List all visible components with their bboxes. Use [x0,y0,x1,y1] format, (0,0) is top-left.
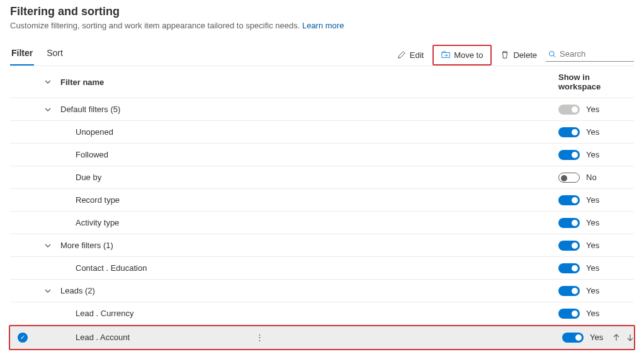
table-row[interactable]: Record typeYes [10,189,634,212]
delete-label: Delete [513,50,537,60]
table-row[interactable]: Leads (2)Yes [10,280,634,302]
toggle-label: Yes [590,333,603,342]
col-show-in-workspace[interactable]: Show in workspace [558,72,634,91]
show-toggle[interactable] [558,241,580,251]
filter-name[interactable]: Lead . Account⋮ [60,333,562,342]
expand-cell[interactable] [35,106,60,113]
svg-point-1 [550,51,555,56]
delete-button[interactable]: Delete [495,47,542,63]
page-description-text: Customize filtering, sorting and work it… [10,21,300,30]
trash-icon [500,50,509,59]
toggle-label: Yes [586,309,599,318]
search-input[interactable] [560,49,631,59]
table-row[interactable]: Due byNo [10,166,634,189]
toggle-label: Yes [586,127,599,137]
table-header: Filter name Show in workspace [10,66,634,98]
table-row[interactable]: UnopenedYes [10,121,634,144]
filter-name[interactable]: Default filters (5) [60,105,558,114]
filter-name[interactable]: Lead . Currency [60,309,558,318]
learn-more-link[interactable]: Learn more [302,21,344,30]
more-options-icon[interactable]: ⋮ [256,333,264,342]
toolbar: Edit Move to Delete [392,45,634,66]
chevron-down-icon[interactable] [44,242,52,249]
toggle-cell: Yes [558,218,634,228]
search-icon [548,50,556,59]
expand-cell[interactable] [35,242,60,249]
table-row[interactable]: Lead . CurrencyYes [10,302,634,325]
toggle-cell: Yes [558,286,634,296]
arrow-up-icon[interactable] [613,334,620,341]
filter-name[interactable]: Activity type [60,218,558,227]
reorder-arrows [613,334,634,341]
toggle-label: Yes [586,263,599,273]
select-cell[interactable]: ✓ [10,333,35,343]
chevron-down-icon[interactable] [44,106,52,113]
pencil-icon [397,50,406,59]
show-toggle[interactable] [558,263,580,273]
filter-name[interactable]: Followed [60,150,558,159]
show-toggle [558,105,580,115]
tab-sort[interactable]: Sort [45,44,64,66]
show-toggle[interactable] [558,150,580,160]
folder-move-icon [441,50,450,59]
arrow-down-icon[interactable] [626,334,634,341]
toggle-label: Yes [586,286,599,295]
tab-filter[interactable]: Filter [10,44,34,66]
filter-name[interactable]: More filters (1) [60,241,558,250]
search-wrap[interactable] [546,48,634,62]
toggle-label: No [586,173,597,182]
filter-name[interactable]: Contact . Education [60,263,558,273]
show-toggle[interactable] [558,195,580,205]
toggle-label: Yes [586,195,599,205]
move-to-label: Move to [454,50,483,60]
check-icon: ✓ [18,333,28,343]
filter-name[interactable]: Leads (2) [60,286,558,295]
move-to-button[interactable]: Move to [436,47,488,63]
expand-cell[interactable] [35,287,60,295]
chevron-down-icon[interactable] [44,287,52,295]
toggle-label: Yes [586,241,599,250]
filter-name[interactable]: Unopened [60,127,558,137]
edit-button[interactable]: Edit [392,47,429,63]
page-description: Customize filtering, sorting and work it… [10,21,634,30]
table-row[interactable]: ✓Lead . Account⋮Yes [10,326,634,349]
rows-container: Default filters (5)YesUnopenedYesFollowe… [10,98,634,350]
move-to-highlight: Move to [432,45,492,66]
toggle-cell: Yes [558,263,634,273]
toggle-cell: Yes [558,127,634,137]
table-row[interactable]: More filters (1)Yes [10,234,634,257]
filter-name[interactable]: Record type [60,195,558,205]
toggle-cell: Yes [558,150,634,160]
table-row[interactable]: Default filters (5)Yes [10,98,634,121]
toggle-cell: Yes [558,105,634,115]
table-row[interactable]: Contact . EducationYes [10,257,634,280]
edit-label: Edit [410,50,424,60]
filter-name[interactable]: Due by [60,173,558,182]
col-filter-name[interactable]: Filter name [60,77,558,87]
table-row[interactable]: Activity typeYes [10,212,634,234]
toggle-label: Yes [586,150,599,159]
show-toggle[interactable] [558,173,580,183]
toggle-cell: Yes [558,241,634,251]
toggle-cell: Yes [558,195,634,205]
show-toggle[interactable] [558,218,580,228]
page-title: Filtering and sorting [10,5,634,18]
show-toggle[interactable] [562,333,584,343]
show-toggle[interactable] [558,286,580,296]
table-row[interactable]: FollowedYes [10,144,634,166]
toggle-label: Yes [586,218,599,227]
toggle-cell: Yes [558,309,634,319]
show-toggle[interactable] [558,309,580,319]
show-toggle[interactable] [558,127,580,137]
tabs: Filter Sort [10,44,64,66]
toggle-label: Yes [586,105,599,114]
toggle-cell: No [558,173,634,183]
chevron-down-icon[interactable] [44,78,52,86]
